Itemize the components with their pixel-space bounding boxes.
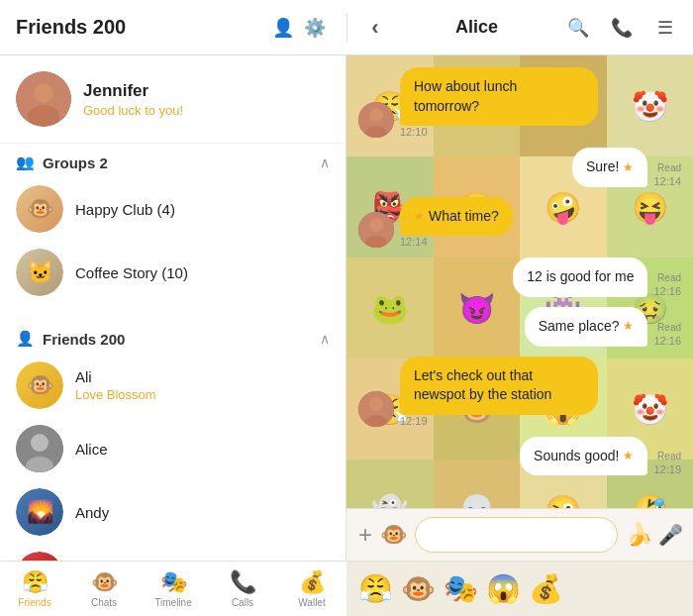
sidebar: Jennifer Good luck to you! 👥 Groups 2 ∧ … (0, 55, 346, 561)
add-attachment-button[interactable]: + (358, 519, 372, 551)
message-row: Read 12:16 Same place? ★ (358, 307, 681, 347)
svg-point-7 (369, 108, 383, 122)
star-icon: ★ (623, 159, 634, 176)
message-bubble: How about lunch tomorrow? (400, 67, 598, 126)
banana-icon: 🍌 (626, 522, 652, 548)
andy-info: Andy (75, 504, 109, 521)
message-meta: Read 12:16 (653, 322, 681, 347)
groups-chevron[interactable]: ∧ (320, 154, 330, 170)
sticker-5[interactable]: 💰 (529, 572, 563, 605)
read-status: Read (657, 451, 681, 462)
coffee-story-name: Coffee Story (10) (75, 264, 188, 281)
message-bubble: Sounds good! ★ (520, 437, 647, 476)
list-item[interactable]: 🌄 Andy (0, 480, 346, 544)
ali-avatar: 🐵 (16, 361, 63, 409)
message-row: Read 12:14 Sure! ★ (358, 148, 681, 187)
microphone-button[interactable]: 🎤 (658, 523, 683, 547)
svg-point-1 (34, 83, 53, 103)
header-right: ‹ Alice 🔍 📞 ☰ (347, 12, 693, 44)
star-icon: ★ (414, 208, 425, 225)
friends-nav-icon: 😤 (22, 569, 49, 595)
message-input[interactable] (415, 517, 618, 553)
coffee-story-info: Coffee Story (10) (75, 264, 188, 281)
message-row: Let's check out that newspot by the stat… (358, 357, 681, 427)
chats-nav-label: Chats (91, 597, 117, 608)
wallet-nav-label: Wallet (298, 597, 325, 608)
nav-item-timeline[interactable]: 🎭 Timeline (139, 562, 208, 616)
nav-item-chats[interactable]: 🐵 Chats (69, 562, 139, 616)
sticker-4[interactable]: 😱 (486, 572, 521, 605)
andy-avatar: 🌄 (16, 488, 63, 536)
settings-button[interactable]: ⚙️ (299, 12, 331, 44)
sticker-1[interactable]: 😤 (358, 572, 393, 605)
sticker-3[interactable]: 🎭 (444, 572, 478, 605)
friends-title: Friends 200 (16, 16, 126, 39)
message-content: ★ What time? 12:14 (400, 197, 513, 249)
calls-nav-label: Calls (232, 597, 253, 608)
wallet-nav-icon: 💰 (299, 569, 326, 595)
profile-status: Good luck to you! (83, 103, 183, 118)
list-item[interactable]: 🐱 Coffee Story (10) (0, 241, 346, 304)
read-status: Read (657, 322, 681, 333)
friends-chevron[interactable]: ∧ (320, 331, 330, 347)
svg-point-10 (369, 218, 383, 232)
svg-point-4 (31, 434, 49, 452)
andy-name: Andy (75, 504, 109, 521)
nav-item-calls[interactable]: 📞 Calls (208, 562, 277, 616)
sender-avatar (358, 391, 394, 427)
star-icon: ★ (623, 448, 634, 464)
message-time: 12:16 (653, 335, 681, 347)
list-item[interactable]: Alice (0, 417, 346, 480)
message-time: 12:10 (400, 126, 598, 138)
svg-point-13 (369, 397, 383, 411)
profile-info: Jennifer Good luck to you! (83, 81, 183, 118)
star-icon: ★ (623, 318, 634, 335)
message-meta: Read 12:14 (653, 162, 681, 187)
main-content: Jennifer Good luck to you! 👥 Groups 2 ∧ … (0, 55, 693, 561)
profile-section: Jennifer Good luck to you! (0, 55, 346, 144)
chats-nav-icon: 🐵 (91, 569, 118, 595)
message-bubble: 12 is good for me (513, 257, 647, 297)
message-time: 12:19 (400, 415, 598, 427)
chat-menu-button[interactable]: ☰ (649, 12, 681, 44)
ali-info: Ali Love Blossom (75, 368, 156, 402)
profile-name: Jennifer (83, 81, 183, 101)
jennifer-avatar-img (16, 71, 71, 127)
coffee-story-avatar: 🐱 (16, 249, 63, 296)
list-item[interactable]: 🐵 Ali Love Blossom (0, 354, 346, 417)
april-avatar: 😤 (16, 552, 63, 561)
groups-icon: 👥 (16, 154, 35, 171)
nav-item-friends[interactable]: 😤 Friends (0, 562, 69, 616)
chat-area: 😤 🐵 🎭 🤡 👺 😂 🤪 😝 🐸 😈 👾 🤢 😤 🐵 😱 🤡 👻 💀 😜 🤣 (346, 55, 693, 561)
message-row: Read 12:16 12 is good for me (358, 257, 681, 297)
back-button[interactable]: ‹ (359, 12, 391, 44)
header-left: Friends 200 👤 ⚙️ (0, 12, 346, 44)
ali-status: Love Blossom (75, 387, 156, 402)
message-meta: Read 12:16 (653, 272, 681, 297)
friends-icon: 👤 (16, 330, 35, 348)
list-item[interactable]: 😤 April (0, 544, 346, 561)
groups-section-header: 👥 Groups 2 ∧ (0, 144, 346, 177)
list-item[interactable]: 🐵 Happy Club (4) (0, 177, 346, 241)
sticker-button[interactable]: 🐵 (380, 519, 407, 551)
chat-search-button[interactable]: 🔍 (562, 12, 594, 44)
chat-phone-button[interactable]: 📞 (606, 12, 638, 44)
alice-name: Alice (75, 441, 108, 458)
message-bubble: Sure! ★ (572, 148, 647, 187)
sticker-2[interactable]: 🐵 (401, 572, 436, 605)
app-header: Friends 200 👤 ⚙️ ‹ Alice 🔍 📞 ☰ (0, 0, 693, 55)
read-status: Read (657, 272, 681, 283)
sticker-quick-bar: 😤 🐵 🎭 😱 💰 (346, 561, 693, 616)
nav-item-wallet[interactable]: 💰 Wallet (277, 562, 346, 616)
message-bubble: Same place? ★ (525, 307, 648, 347)
messages-list: How about lunch tomorrow? 12:10 Read 12:… (346, 55, 693, 508)
friends-nav-label: Friends (18, 597, 50, 608)
message-row: ★ What time? 12:14 (358, 197, 681, 249)
ali-name: Ali (75, 368, 156, 385)
add-friend-button[interactable]: 👤 (267, 12, 299, 44)
message-bubble: Let's check out that newspot by the stat… (400, 357, 598, 415)
timeline-nav-label: Timeline (154, 597, 191, 608)
message-row: Read 12:19 Sounds good! ★ (358, 437, 681, 476)
calls-nav-icon: 📞 (230, 569, 256, 595)
alice-avatar (16, 425, 63, 472)
